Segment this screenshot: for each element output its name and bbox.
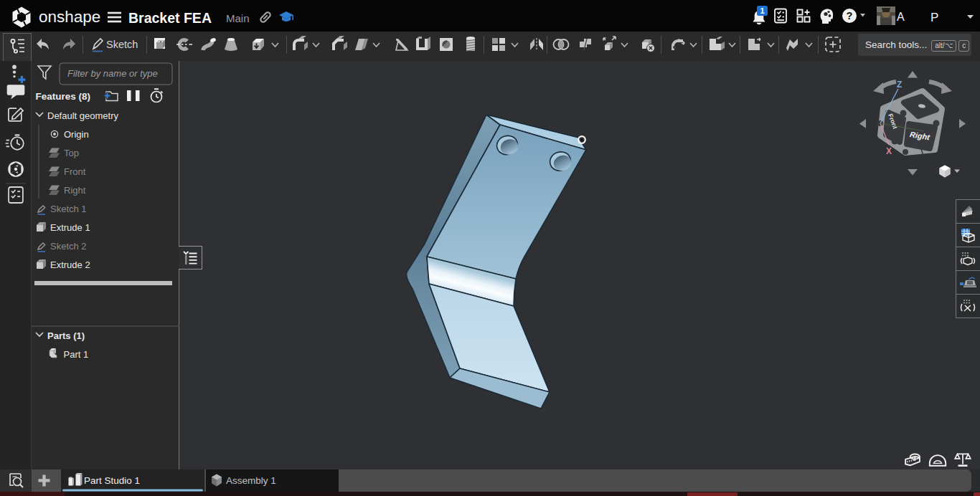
svg-text:Right: Right (64, 185, 86, 196)
svg-text:1: 1 (760, 6, 764, 15)
svg-text:Part 1: Part 1 (64, 349, 89, 360)
svg-text:Filter by name or type: Filter by name or type (67, 68, 158, 79)
svg-text:Sketch 1: Sketch 1 (50, 204, 87, 214)
svg-text:Main: Main (226, 12, 250, 24)
svg-text:A: A (897, 11, 905, 23)
svg-text:Assembly 1: Assembly 1 (226, 475, 276, 486)
svg-text:?: ? (847, 10, 853, 22)
svg-text:Features (8): Features (8) (36, 91, 91, 102)
svg-text:Default geometry: Default geometry (47, 110, 118, 121)
svg-text:Sketch: Sketch (106, 39, 138, 50)
svg-text:Front: Front (64, 166, 86, 177)
svg-text:X: X (886, 146, 892, 156)
svg-text:onshape: onshape (39, 8, 100, 26)
svg-text:Parts (1): Parts (1) (47, 330, 85, 341)
svg-text:P: P (930, 11, 938, 24)
svg-text:Part Studio 1: Part Studio 1 (84, 475, 140, 486)
svg-text:Bracket FEA: Bracket FEA (128, 10, 212, 26)
svg-text:Top: Top (64, 148, 79, 158)
svg-text:Origin: Origin (64, 129, 89, 140)
svg-text:Sketch 2: Sketch 2 (50, 241, 87, 252)
svg-text:Extrude 2: Extrude 2 (50, 259, 90, 270)
svg-text:Z: Z (897, 80, 902, 90)
svg-text:Extrude 1: Extrude 1 (50, 222, 90, 233)
